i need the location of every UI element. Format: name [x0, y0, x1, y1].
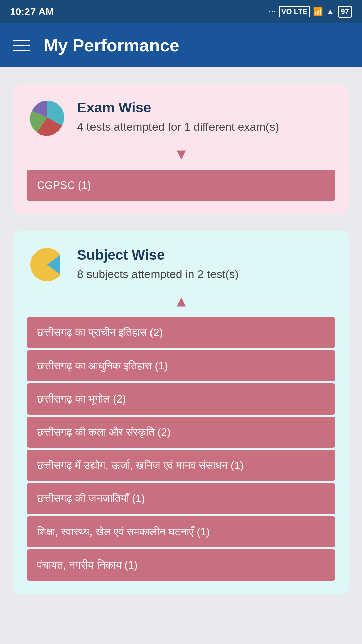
- exam-card-title-block: Exam Wise 4 tests attempted for 1 differ…: [77, 100, 279, 135]
- signal-bars-icon: 📶: [313, 7, 323, 16]
- subject-pie-chart-icon: [27, 245, 67, 285]
- lte-icon: VO LTE: [279, 6, 310, 17]
- hamburger-line-3: [13, 50, 30, 51]
- subject-list-item[interactable]: छत्तीसगढ़ का भूगोल (2): [27, 383, 335, 415]
- exam-list-item[interactable]: CGPSC (1): [27, 170, 335, 201]
- exam-chevron-container[interactable]: ▾: [27, 144, 335, 163]
- subject-list-item[interactable]: छत्तीसगढ़ की जनजातियाँ (1): [27, 483, 335, 514]
- exam-card-header: Exam Wise 4 tests attempted for 1 differ…: [27, 97, 335, 138]
- exam-pie-chart-icon: [27, 97, 67, 138]
- subject-wise-card: Subject Wise 8 subjects attempted in 2 t…: [13, 231, 349, 594]
- hamburger-line-2: [13, 45, 30, 46]
- main-content: Exam Wise 4 tests attempted for 1 differ…: [0, 67, 362, 611]
- subject-list-item[interactable]: छत्तीसगढ़ का प्राचीन इतिहास (2): [27, 317, 335, 348]
- subject-list-item[interactable]: पंचायत, नगरीय निकाय (1): [27, 549, 335, 581]
- status-time: 10:27 AM: [10, 6, 54, 17]
- subject-list: छत्तीसगढ़ का प्राचीन इतिहास (2)छत्तीसगढ़…: [27, 317, 335, 581]
- wifi-icon: ▲: [326, 7, 335, 16]
- signal-dots: ···: [269, 7, 276, 16]
- subject-list-item[interactable]: छत्तीसगढ़ का आधुनिक इतिहास (1): [27, 350, 335, 381]
- subject-list-item[interactable]: छत्तीसगढ़ की कला और संस्कृति (2): [27, 417, 335, 448]
- exam-expand-icon[interactable]: ▾: [177, 144, 185, 163]
- subject-chevron-container[interactable]: ▴: [27, 291, 335, 310]
- exam-card-title: Exam Wise: [77, 100, 279, 116]
- subject-list-item[interactable]: छत्तीसगढ़ में उद्योग, ऊर्जा, खनिज एवं मा…: [27, 450, 335, 481]
- subject-card-header: Subject Wise 8 subjects attempted in 2 t…: [27, 245, 335, 285]
- app-header: My Performance: [0, 23, 362, 67]
- subject-card-title-block: Subject Wise 8 subjects attempted in 2 t…: [77, 247, 239, 282]
- subject-collapse-icon[interactable]: ▴: [177, 291, 185, 310]
- subject-card-title: Subject Wise: [77, 247, 239, 263]
- exam-list: CGPSC (1): [27, 170, 335, 201]
- status-icons: ··· VO LTE 📶 ▲ 97: [269, 6, 352, 18]
- page-title: My Performance: [44, 35, 179, 55]
- subject-card-subtitle: 8 subjects attempted in 2 test(s): [77, 266, 239, 282]
- subject-list-item[interactable]: शिक्षा, स्वास्थ्य, खेल एवं समकालीन घटनाए…: [27, 516, 335, 547]
- hamburger-menu-button[interactable]: [13, 40, 30, 51]
- status-bar: 10:27 AM ··· VO LTE 📶 ▲ 97: [0, 0, 362, 23]
- exam-card-subtitle: 4 tests attempted for 1 different exam(s…: [77, 119, 279, 135]
- hamburger-line-1: [13, 40, 30, 41]
- battery-icon: 97: [338, 6, 352, 18]
- exam-wise-card: Exam Wise 4 tests attempted for 1 differ…: [13, 84, 349, 214]
